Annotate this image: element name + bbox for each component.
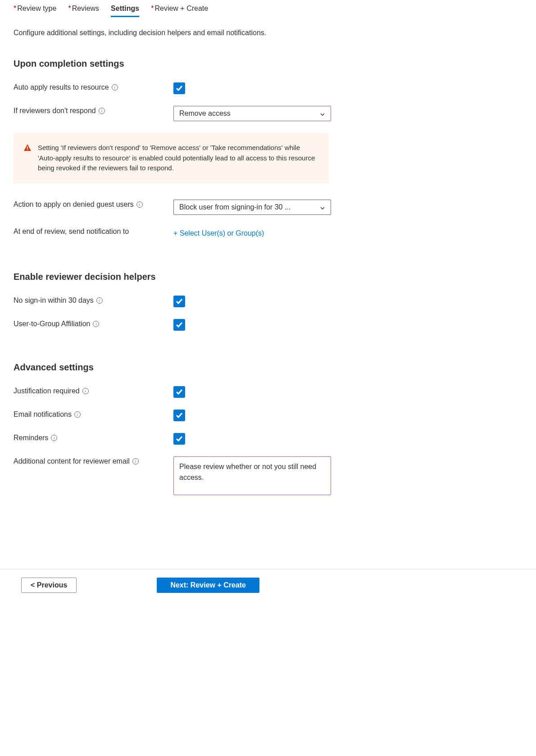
select-users-link[interactable]: + Select User(s) or Group(s) bbox=[173, 227, 264, 240]
info-icon[interactable]: i bbox=[93, 321, 99, 327]
tab-settings[interactable]: Settings bbox=[111, 5, 139, 16]
warning-banner: Setting 'If reviewers don't respond' to … bbox=[14, 133, 329, 183]
footer-bar: < Previous Next: Review + Create bbox=[0, 569, 536, 593]
info-icon[interactable]: i bbox=[82, 388, 89, 394]
section-title-completion: Upon completion settings bbox=[14, 59, 522, 69]
required-mark: * bbox=[68, 5, 71, 12]
required-mark: * bbox=[151, 5, 154, 12]
reminders-label: Reminders i bbox=[14, 433, 173, 442]
notify-label: At end of review, send notification to bbox=[14, 227, 173, 236]
tab-bar: *Review type *Reviews Settings *Review +… bbox=[14, 5, 522, 16]
tab-review-create[interactable]: *Review + Create bbox=[151, 5, 208, 16]
no-signin-label: No sign-in within 30 days i bbox=[14, 296, 173, 305]
affiliation-checkbox[interactable] bbox=[173, 319, 185, 331]
info-icon[interactable]: i bbox=[51, 435, 57, 441]
info-icon[interactable]: i bbox=[74, 411, 81, 418]
section-title-decision-helpers: Enable reviewer decision helpers bbox=[14, 272, 522, 282]
additional-content-textarea[interactable]: Please review whether or not you still n… bbox=[173, 456, 331, 495]
justification-label: Justification required i bbox=[14, 386, 173, 395]
previous-button[interactable]: < Previous bbox=[21, 578, 77, 593]
no-signin-checkbox[interactable] bbox=[173, 296, 185, 307]
auto-apply-checkbox[interactable] bbox=[173, 82, 185, 94]
info-icon[interactable]: i bbox=[112, 84, 118, 91]
section-title-advanced: Advanced settings bbox=[14, 362, 522, 373]
chevron-down-icon bbox=[320, 111, 325, 116]
chevron-down-icon bbox=[320, 205, 325, 210]
reminders-checkbox[interactable] bbox=[173, 433, 185, 445]
warning-text: Setting 'If reviewers don't respond' to … bbox=[38, 143, 316, 173]
email-notifications-label: Email notifications i bbox=[14, 410, 173, 419]
tab-reviews[interactable]: *Reviews bbox=[68, 5, 99, 16]
auto-apply-label: Auto apply results to resource i bbox=[14, 82, 173, 91]
svg-rect-1 bbox=[27, 149, 28, 150]
additional-content-label: Additional content for reviewer email i bbox=[14, 456, 173, 465]
denied-guest-label: Action to apply on denied guest users i bbox=[14, 200, 173, 209]
email-notifications-checkbox[interactable] bbox=[173, 410, 185, 421]
svg-rect-0 bbox=[27, 146, 28, 149]
affiliation-label: User-to-Group Affiliation i bbox=[14, 319, 173, 328]
required-mark: * bbox=[14, 5, 16, 12]
denied-guest-dropdown[interactable]: Block user from signing-in for 30 ... bbox=[173, 200, 331, 215]
no-respond-label: If reviewers don't respond i bbox=[14, 106, 173, 115]
justification-checkbox[interactable] bbox=[173, 386, 185, 398]
next-button[interactable]: Next: Review + Create bbox=[157, 578, 259, 593]
info-icon[interactable]: i bbox=[132, 458, 139, 465]
info-icon[interactable]: i bbox=[136, 201, 143, 208]
info-icon[interactable]: i bbox=[99, 108, 105, 114]
no-respond-dropdown[interactable]: Remove access bbox=[173, 106, 331, 121]
page-description: Configure additional settings, including… bbox=[14, 29, 522, 37]
info-icon[interactable]: i bbox=[96, 297, 103, 304]
tab-review-type[interactable]: *Review type bbox=[14, 5, 56, 16]
warning-icon bbox=[23, 144, 32, 152]
